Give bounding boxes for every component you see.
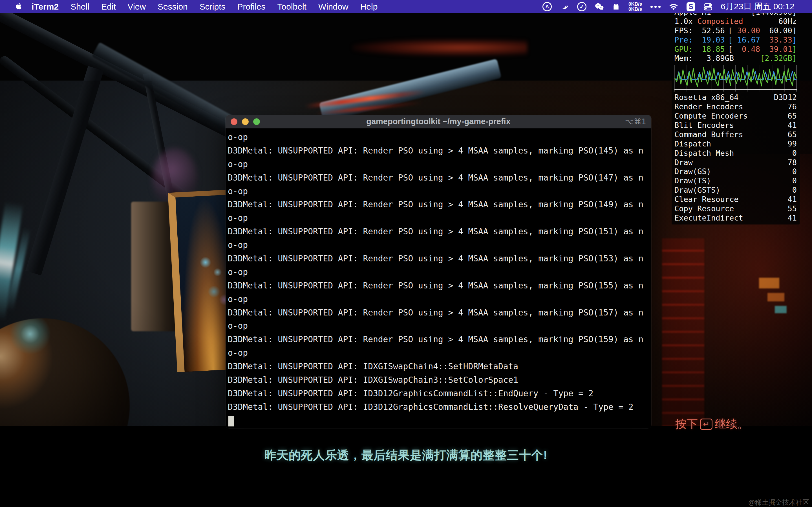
metal-performance-hud: Apple M1[1440x900]1.0x Composited60HzFPS… — [672, 8, 800, 224]
cat-icon[interactable] — [612, 3, 620, 10]
watermark: @稀土掘金技术社区 — [748, 498, 809, 507]
terminal-line: D3DMetal: UNSUPPORTED API: Render PSO us… — [228, 171, 651, 185]
hud-counter-row: Command Buffers65 — [674, 130, 797, 139]
game-background-shape — [316, 101, 423, 115]
hud-counter-row: Draw78 — [674, 158, 797, 167]
terminal-line: D3DMetal: UNSUPPORTED API: Render PSO us… — [228, 333, 651, 346]
hud-counter-row: Dispatch99 — [674, 139, 797, 149]
hud-counter-row: Compute Encoders65 — [674, 112, 797, 121]
terminal-line: o-op — [228, 346, 651, 360]
menu-help[interactable]: Help — [354, 2, 384, 11]
game-background-shape — [131, 202, 177, 331]
terminal-line: o-op — [228, 131, 651, 144]
game-background-shape — [767, 293, 784, 301]
menu-scripts[interactable]: Scripts — [194, 2, 232, 11]
menu-iterm2[interactable]: iTerm2 — [26, 2, 64, 11]
menu-window[interactable]: Window — [312, 2, 354, 11]
terminal-line: D3DMetal: UNSUPPORTED API: ID3D12Graphic… — [228, 400, 651, 414]
window-titlebar[interactable]: gameportingtoolkit ~/my-game-prefix ⌥⌘1 — [225, 115, 651, 128]
hud-stat-row: FPS: 52.56[ 30.00 60.00] — [674, 26, 797, 36]
game-background-shape — [0, 201, 23, 321]
terminal-line: D3DMetal: UNSUPPORTED API: Render PSO us… — [228, 279, 651, 293]
menubar-menus: iTerm2ShellEditViewSessionScriptsProfile… — [26, 2, 384, 11]
terminal-line: D3DMetal: UNSUPPORTED API: IDXGISwapChai… — [228, 360, 651, 374]
press-enter-prompt: 按下 ↵ 继续。 — [675, 416, 749, 432]
apple-menu[interactable] — [15, 3, 22, 10]
terminal-line: D3DMetal: UNSUPPORTED API: Render PSO us… — [228, 225, 651, 238]
hud-counter-row: ExecuteIndirect41 — [674, 214, 797, 223]
game-background-shape — [0, 7, 247, 145]
press-enter-prefix: 按下 — [675, 416, 698, 432]
terminal-line: o-op — [228, 293, 651, 306]
wing-icon[interactable] — [560, 3, 569, 10]
terminal-lines: o-opD3DMetal: UNSUPPORTED API: Render PS… — [228, 131, 651, 414]
hud-counters: Rosetta x86_64D3D12Render Encoders76Comp… — [674, 93, 797, 223]
game-background-shape — [305, 90, 426, 109]
menubar-clock[interactable]: 6月23日 周五 00:12 — [721, 1, 795, 12]
game-subtitle: 昨天的死人乐透，最后结果是满打满算的整整三十个! — [0, 447, 812, 463]
upload-speed: 0KB/s — [628, 1, 642, 7]
terminal-line: o-op — [228, 238, 651, 252]
menubar-status: A ✓ 0KB/s 0KB/s — [543, 1, 795, 12]
minimize-button[interactable] — [242, 118, 249, 125]
zoom-button[interactable] — [253, 118, 260, 125]
wifi-icon[interactable] — [669, 3, 678, 10]
terminal-line: D3DMetal: UNSUPPORTED API: Render PSO us… — [228, 306, 651, 320]
desktop: iTerm2ShellEditViewSessionScriptsProfile… — [0, 0, 812, 507]
circled-a-icon[interactable]: A — [543, 2, 552, 11]
terminal-line: D3DMetal: UNSUPPORTED API: Render PSO us… — [228, 144, 651, 158]
download-speed: 0KB/s — [628, 6, 642, 12]
menu-view[interactable]: View — [122, 2, 152, 11]
hud-counter-row: Render Encoders76 — [674, 102, 797, 112]
menu-edit[interactable]: Edit — [95, 2, 122, 11]
terminal-line: o-op — [228, 158, 651, 171]
hud-counter-row: Clear Resource41 — [674, 195, 797, 204]
checkmark-circle-icon[interactable]: ✓ — [577, 2, 587, 11]
wechat-icon[interactable] — [595, 3, 604, 10]
menu-toolbelt[interactable]: Toolbelt — [271, 2, 312, 11]
hud-stat-row: GPU: 18.85[ 0.48 39.01] — [674, 45, 797, 54]
hud-counter-row: Copy Resource55 — [674, 204, 797, 214]
game-background-shape — [759, 278, 779, 288]
hud-counter-row: Rosetta x86_64D3D12 — [674, 93, 797, 102]
apple-icon — [15, 3, 22, 10]
game-background-shape — [0, 318, 130, 493]
game-background-shape — [352, 39, 527, 56]
terminal-line: o-op — [228, 185, 651, 198]
enter-key-icon: ↵ — [700, 418, 712, 430]
game-background-shape — [6, 227, 31, 312]
menubar: iTerm2ShellEditViewSessionScriptsProfile… — [0, 0, 812, 13]
hud-counter-row: Draw(GSTS)0 — [674, 186, 797, 195]
input-method-icon[interactable]: S — [687, 2, 695, 11]
hud-stat-row: Pre: 19.03[ 16.67 33.33] — [674, 36, 797, 45]
terminal-output[interactable]: o-opD3DMetal: UNSUPPORTED API: Render PS… — [225, 128, 651, 429]
terminal-line: o-op — [228, 320, 651, 333]
game-background-shape — [775, 306, 786, 313]
hud-frametime-graph — [674, 64, 797, 92]
menubar-left: iTerm2ShellEditViewSessionScriptsProfile… — [0, 2, 384, 11]
control-center-icon[interactable] — [704, 3, 712, 10]
hud-counter-row: Dispatch Mesh0 — [674, 149, 797, 158]
network-speed-indicator[interactable]: 0KB/s 0KB/s — [628, 2, 642, 12]
hud-counter-row: Draw(GS)0 — [674, 167, 797, 176]
terminal-line: D3DMetal: UNSUPPORTED API: IDXGISwapChai… — [228, 374, 651, 387]
game-background-shape — [143, 73, 180, 229]
letterbox-bottom — [0, 426, 812, 507]
hud-stat-row: 1.0x Composited60Hz — [674, 17, 797, 26]
more-menu-icon[interactable] — [651, 6, 661, 8]
menu-shell[interactable]: Shell — [64, 2, 95, 11]
terminal-line: D3DMetal: UNSUPPORTED API: ID3D12Graphic… — [228, 387, 651, 400]
hud-stat-row: Mem: 3.89GB[2.32GB] — [674, 54, 797, 63]
game-background-shape — [152, 148, 197, 210]
window-title: gameportingtoolkit ~/my-game-prefix — [225, 117, 651, 126]
menu-profiles[interactable]: Profiles — [231, 2, 271, 11]
close-button[interactable] — [231, 118, 238, 125]
iterm2-window[interactable]: gameportingtoolkit ~/my-game-prefix ⌥⌘1 … — [225, 115, 651, 429]
game-background-shape — [662, 238, 704, 427]
hud-counter-row: Draw(TS)0 — [674, 176, 797, 186]
terminal-line: o-op — [228, 212, 651, 225]
menu-session[interactable]: Session — [152, 2, 194, 11]
hud-counter-row: Blit Encoders41 — [674, 121, 797, 130]
terminal-line: D3DMetal: UNSUPPORTED API: Render PSO us… — [228, 198, 651, 212]
game-background-shape — [319, 59, 502, 122]
